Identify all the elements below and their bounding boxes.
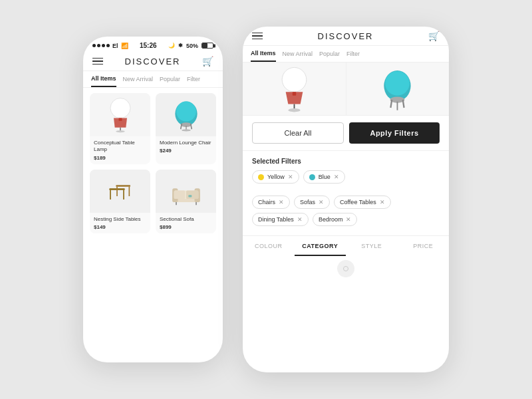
cart-icon[interactable]: 🛒 <box>202 56 213 66</box>
chair-svg <box>170 95 203 135</box>
product-price-sofa: $899 <box>160 224 212 230</box>
product-image-tables <box>90 170 150 213</box>
product-name-tables: Nesting Side Tables <box>94 216 146 223</box>
product-card-tables[interactable]: Nesting Side Tables $149 <box>90 170 150 233</box>
filter-tab-category[interactable]: CATEGORY <box>295 236 346 256</box>
status-right: 🌙 ✱ 50% <box>168 43 213 49</box>
product-image-chair <box>156 93 216 136</box>
product-card-lamp[interactable]: Conceptual Table Lamp $189 <box>90 93 150 164</box>
svg-point-33 <box>385 70 410 95</box>
sofas-label: Sofas <box>300 199 315 205</box>
svg-rect-22 <box>174 191 185 200</box>
tab-all-items[interactable]: All Items <box>91 75 116 87</box>
sofas-remove[interactable]: ✕ <box>319 199 324 205</box>
product-card-sofa[interactable]: Sectional Sofa $899 <box>156 170 216 233</box>
hamburger-menu[interactable] <box>92 58 103 65</box>
right-tab-bar: All Items New Arrival Popular Filter <box>243 46 449 63</box>
category-tags: Chairs ✕ Sofas ✕ Coffee Tables ✕ Dining … <box>243 192 449 230</box>
color-filter-tags: Yellow ✕ Blue ✕ <box>252 170 440 184</box>
app-title: DISCOVER <box>125 57 181 66</box>
right-cart-icon[interactable]: 🛒 <box>428 31 440 41</box>
product-info-sofa: Sectional Sofa $899 <box>156 213 216 233</box>
filter-tab-style[interactable]: STYLE <box>346 236 398 256</box>
svg-point-0 <box>110 98 130 118</box>
clock: 15:26 <box>140 42 157 49</box>
wifi-icon: 📶 <box>121 43 128 49</box>
tables-svg <box>104 171 137 211</box>
bedroom-remove[interactable]: ✕ <box>346 216 351 223</box>
svg-rect-23 <box>186 191 198 200</box>
right-tab-popular[interactable]: Popular <box>319 51 340 61</box>
right-tab-all-items[interactable]: All Items <box>251 50 276 62</box>
filter-tab-price[interactable]: PRICE <box>398 236 450 256</box>
tab-filter[interactable]: Filter <box>187 76 200 86</box>
dot-1 <box>92 44 96 47</box>
product-info-tables: Nesting Side Tables $149 <box>90 213 150 233</box>
filter-tag-yellow[interactable]: Yellow ✕ <box>252 170 299 184</box>
scroll-dot <box>337 260 354 277</box>
right-tab-new-arrival[interactable]: New Arrival <box>283 51 313 61</box>
tab-new-arrival[interactable]: New Arrival <box>123 76 154 86</box>
tab-bar: All Items New Arrival Popular Filter <box>83 71 223 88</box>
svg-point-31 <box>288 108 300 112</box>
dot-4 <box>106 44 110 47</box>
blue-label: Blue <box>319 174 331 180</box>
partial-product-lamp <box>243 63 346 115</box>
partial-product-chair <box>346 63 450 115</box>
battery-icon <box>201 43 213 49</box>
left-phone: El 📶 15:26 🌙 ✱ 50% DISCOVER 🛒 All Items … <box>83 37 223 362</box>
right-phone: DISCOVER 🛒 All Items New Arrival Popular… <box>243 27 449 372</box>
bottom-filter-tabs: COLOUR CATEGORY STYLE PRICE <box>243 235 449 256</box>
filter-tag-dining-tables[interactable]: Dining Tables ✕ <box>252 213 309 226</box>
svg-rect-24 <box>188 196 192 198</box>
filter-tab-colour[interactable]: COLOUR <box>243 236 295 256</box>
svg-point-6 <box>176 101 196 121</box>
status-left: El 📶 <box>92 43 128 49</box>
app-header: DISCOVER 🛒 <box>83 52 223 71</box>
filter-tag-bedroom[interactable]: Bedroom ✕ <box>313 213 358 226</box>
partial-lamp-svg <box>276 66 313 112</box>
product-price-chair: $249 <box>160 148 212 154</box>
filter-tag-sofas[interactable]: Sofas ✕ <box>294 196 330 209</box>
selected-filters-title: Selected Filters <box>252 158 440 165</box>
product-name-sofa: Sectional Sofa <box>160 216 212 223</box>
dot-3 <box>102 44 105 47</box>
svg-marker-29 <box>285 92 303 104</box>
yellow-label: Yellow <box>267 174 285 180</box>
product-price-tables: $149 <box>94 224 146 230</box>
product-name-chair: Modern Lounge Chair <box>160 140 212 146</box>
filter-tag-blue[interactable]: Blue ✕ <box>303 170 345 184</box>
chairs-remove[interactable]: ✕ <box>279 199 284 205</box>
battery-percent: 50% <box>186 43 198 49</box>
right-hamburger-menu[interactable] <box>252 33 263 40</box>
blue-remove[interactable]: ✕ <box>334 174 339 180</box>
clear-all-button[interactable]: Clear All <box>252 122 344 144</box>
filter-actions: Clear All Apply Filters <box>243 116 449 151</box>
product-info-chair: Modern Lounge Chair $249 <box>156 136 216 157</box>
filter-tag-chairs[interactable]: Chairs ✕ <box>252 196 290 209</box>
product-price-lamp: $189 <box>94 155 146 161</box>
svg-rect-15 <box>116 186 130 188</box>
selected-filters-section: Selected Filters Yellow ✕ Blue ✕ <box>243 151 449 192</box>
bedroom-label: Bedroom <box>319 216 343 223</box>
yellow-remove[interactable]: ✕ <box>288 174 293 180</box>
filter-tag-coffee-tables[interactable]: Coffee Tables ✕ <box>334 196 391 209</box>
dining-tables-label: Dining Tables <box>258 216 294 223</box>
signal-dots <box>92 44 110 47</box>
svg-point-11 <box>182 129 190 131</box>
partial-products <box>243 63 449 116</box>
moon-icon: 🌙 <box>168 43 175 49</box>
product-image-sofa <box>156 170 216 213</box>
right-tab-filter[interactable]: Filter <box>346 51 360 61</box>
coffee-tables-remove[interactable]: ✕ <box>380 199 385 205</box>
dining-tables-remove[interactable]: ✕ <box>297 216 303 223</box>
yellow-dot <box>258 174 264 180</box>
apply-filters-button[interactable]: Apply Filters <box>349 122 440 144</box>
scroll-indicator-area <box>243 256 449 283</box>
svg-point-4 <box>116 130 124 132</box>
status-bar: El 📶 15:26 🌙 ✱ 50% <box>83 37 223 52</box>
right-app-title: DISCOVER <box>318 31 374 41</box>
product-card-chair[interactable]: Modern Lounge Chair $249 <box>156 93 216 164</box>
chairs-label: Chairs <box>258 199 275 205</box>
tab-popular[interactable]: Popular <box>160 76 180 86</box>
